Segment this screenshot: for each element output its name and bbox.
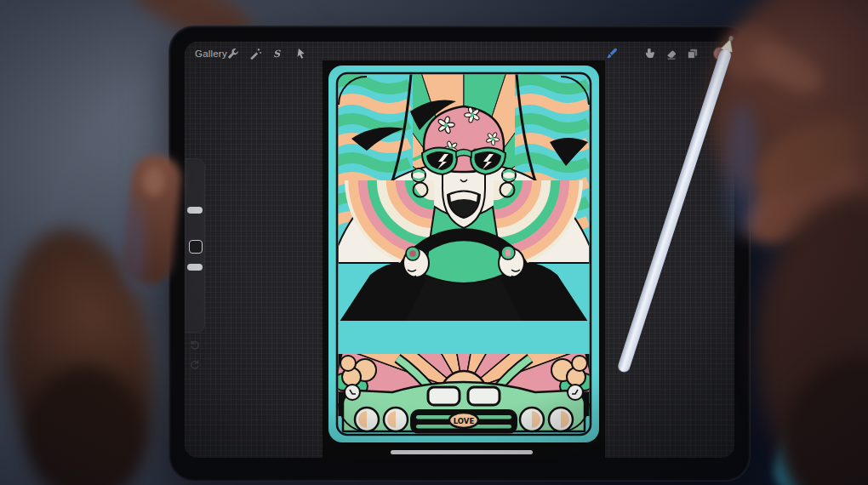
modify-button[interactable] — [189, 240, 203, 254]
left-thumb-nail — [143, 167, 165, 196]
opacity-slider[interactable] — [187, 264, 203, 271]
transform-arrow-icon — [294, 47, 308, 60]
svg-text:S: S — [273, 48, 281, 60]
magic-wand-icon — [248, 47, 262, 60]
smudge-tool-button[interactable] — [642, 46, 658, 61]
erase-tool-button[interactable] — [664, 46, 679, 61]
eraser-icon — [665, 47, 678, 60]
layers-icon — [686, 47, 700, 60]
transform-button[interactable] — [294, 46, 309, 61]
wrench-icon — [226, 47, 239, 60]
brush-size-slider[interactable] — [187, 207, 203, 214]
photo-scene: Gallery S — [0, 0, 868, 485]
right-hand-rim-light — [725, 102, 759, 238]
brush-icon — [605, 47, 619, 60]
undo-icon — [188, 338, 202, 351]
brush-sidebar — [185, 158, 205, 333]
layers-button[interactable] — [685, 46, 700, 61]
paint-tool-button[interactable] — [604, 46, 620, 61]
psychedelic-driver-artwork: LOVE — [323, 60, 605, 448]
redo-button[interactable] — [188, 357, 202, 371]
redo-icon — [188, 357, 202, 371]
undo-button[interactable] — [188, 338, 202, 351]
grille: LOVE — [411, 410, 517, 433]
actions-button[interactable] — [225, 46, 240, 61]
gallery-button[interactable]: Gallery — [195, 48, 227, 59]
car-badge-text: LOVE — [454, 417, 475, 425]
smudge-finger-icon — [643, 47, 657, 60]
home-indicator[interactable] — [391, 450, 533, 454]
selection-button[interactable]: S — [269, 46, 284, 61]
adjustments-button[interactable] — [248, 46, 263, 61]
left-thumb-rim-light — [126, 197, 143, 291]
procreate-canvas[interactable]: LOVE — [323, 60, 605, 458]
procreate-screen: Gallery S — [185, 42, 734, 458]
selection-s-icon: S — [270, 47, 283, 60]
